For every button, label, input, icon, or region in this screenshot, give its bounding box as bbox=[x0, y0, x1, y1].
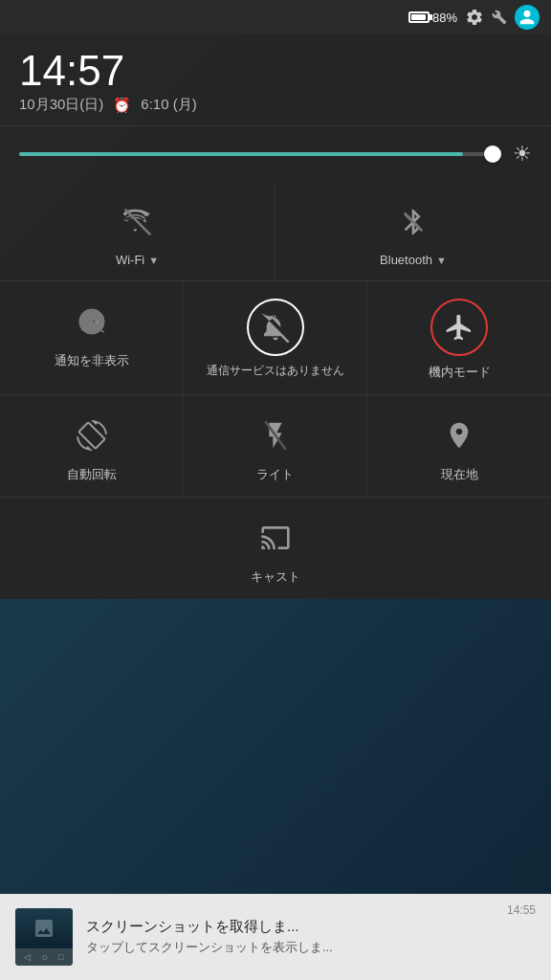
brightness-track bbox=[19, 152, 501, 156]
wifi-toggle[interactable]: Wi-Fi ▼ bbox=[0, 182, 276, 280]
battery-percentage: 88% bbox=[432, 11, 457, 25]
auto-rotate-icon-wrap bbox=[69, 412, 115, 458]
time-display: 14:57 bbox=[19, 50, 532, 92]
bluetooth-toggle[interactable]: Bluetooth ▼ bbox=[276, 182, 551, 280]
date-display: 10月30日(日) ⏰ 6:10 (月) bbox=[19, 96, 532, 114]
notification-title: スクリーンショットを取得しま... bbox=[86, 918, 494, 936]
flashlight-label: ライト bbox=[256, 466, 294, 483]
user-avatar[interactable] bbox=[515, 5, 540, 30]
location-icon-wrap bbox=[436, 412, 482, 458]
notification-panel: 14:57 10月30日(日) ⏰ 6:10 (月) ☀ bbox=[0, 34, 551, 599]
auto-rotate-icon bbox=[77, 420, 107, 451]
bluetooth-icon bbox=[398, 207, 429, 237]
no-service-ring bbox=[247, 299, 304, 356]
airplane-toggle[interactable]: 機内モード bbox=[367, 281, 551, 394]
alarm-time: 6:10 (月) bbox=[141, 96, 196, 114]
quick-toggles-row1: Wi-Fi ▼ Bluetooth ▼ bbox=[0, 182, 551, 281]
flashlight-icon-wrap bbox=[253, 412, 298, 458]
wifi-icon-wrap bbox=[115, 199, 161, 245]
cast-icon-wrap bbox=[253, 515, 298, 561]
brightness-slider[interactable] bbox=[19, 152, 501, 156]
notification-time: 14:55 bbox=[507, 903, 536, 917]
wifi-dropdown: ▼ bbox=[148, 255, 159, 266]
status-bar: 88% bbox=[0, 0, 551, 34]
settings-icon[interactable] bbox=[465, 8, 484, 27]
auto-rotate-label: 自動回転 bbox=[67, 466, 117, 483]
bluetooth-icon-wrap bbox=[390, 199, 436, 245]
location-toggle[interactable]: 現在地 bbox=[367, 395, 551, 497]
date-text: 10月30日(日) bbox=[19, 96, 103, 114]
dnd-icon bbox=[77, 306, 107, 337]
cast-icon bbox=[260, 523, 291, 553]
airplane-ring bbox=[430, 299, 488, 356]
quick-toggles-row2: 通知を非表示 通信サービスはありません bbox=[0, 281, 551, 395]
brightness-icon: ☀ bbox=[513, 142, 532, 167]
dnd-label: 通知を非表示 bbox=[55, 352, 129, 369]
cast-section: キャスト bbox=[0, 498, 551, 599]
airplane-label: 機内モード bbox=[429, 364, 491, 381]
time-date-section: 14:57 10月30日(日) ⏰ 6:10 (月) bbox=[0, 34, 551, 126]
auto-rotate-toggle[interactable]: 自動回転 bbox=[0, 395, 184, 497]
wifi-icon bbox=[122, 207, 153, 237]
brightness-thumb[interactable] bbox=[484, 145, 501, 163]
location-icon bbox=[444, 420, 474, 451]
cast-label: キャスト bbox=[251, 568, 300, 586]
bluetooth-dropdown: ▼ bbox=[436, 255, 447, 266]
no-service-label: 通信サービスはありません bbox=[207, 364, 344, 379]
dnd-toggle[interactable]: 通知を非表示 bbox=[0, 281, 184, 394]
airplane-icon bbox=[444, 312, 474, 343]
wrench-icon bbox=[492, 10, 507, 25]
notification-body: タップしてスクリーンショットを表示しま... bbox=[86, 939, 494, 956]
notification-content: スクリーンショットを取得しま... タップしてスクリーンショットを表示しま... bbox=[86, 918, 494, 956]
cast-toggle[interactable]: キャスト bbox=[0, 498, 551, 599]
quick-toggles-row3: 自動回転 ライト 現在地 bbox=[0, 395, 551, 498]
battery-indicator: 88% bbox=[408, 11, 457, 25]
brightness-section: ☀ bbox=[0, 126, 551, 182]
flashlight-toggle[interactable]: ライト bbox=[184, 395, 367, 497]
location-label: 現在地 bbox=[441, 466, 478, 483]
bluetooth-label: Bluetooth ▼ bbox=[380, 253, 447, 267]
notification-thumbnail: ◁ ○ □ bbox=[15, 908, 73, 966]
brightness-fill bbox=[19, 152, 463, 156]
alarm-icon: ⏰ bbox=[113, 97, 131, 114]
no-service-icon bbox=[260, 312, 291, 343]
no-service-toggle[interactable]: 通信サービスはありません bbox=[184, 281, 367, 394]
dnd-icon-wrap bbox=[69, 299, 115, 345]
flashlight-icon bbox=[260, 420, 291, 451]
bottom-notification[interactable]: ◁ ○ □ スクリーンショットを取得しま... タップしてスクリーンショットを表… bbox=[0, 894, 551, 980]
wifi-label: Wi-Fi ▼ bbox=[116, 253, 159, 267]
